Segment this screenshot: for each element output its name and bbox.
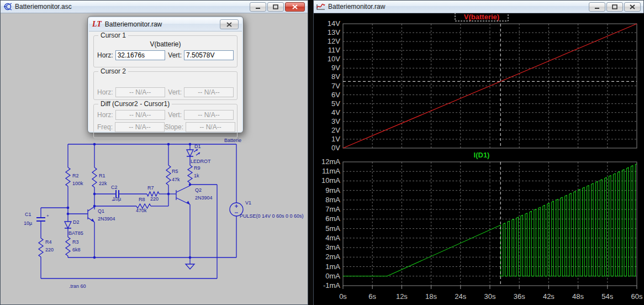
component-ref-label: R7 xyxy=(147,185,154,191)
component-value-label: PULSE(0 14V 0 60s 0 0 60s) xyxy=(240,213,304,219)
junction-dot xyxy=(167,193,170,196)
waveform-plot-area[interactable]: 14V13V12V11V10V9V8V7V6V5V4V3V2V1V0VV(bat… xyxy=(314,13,643,304)
x-axis-tick-label: 42s xyxy=(543,292,555,301)
waveform-window-titlebar[interactable]: Batteriemonitor.raw xyxy=(314,1,643,13)
cursor1-vert-label: Vert: xyxy=(168,51,182,59)
component-ref-label: Q1 xyxy=(98,208,104,214)
x-axis-tick-label: 54s xyxy=(601,292,613,301)
cursor2-vert-label: Vert: xyxy=(168,88,182,96)
ltspice-logo-icon: LT xyxy=(92,20,102,29)
y-axis-tick-label: 4mA xyxy=(325,234,340,242)
diff-horz-label: Horz: xyxy=(97,111,113,119)
y-axis-tick-label: 7mA xyxy=(325,205,340,213)
y-axis-tick-label: 13V xyxy=(328,28,340,36)
ground-symbol xyxy=(186,264,194,269)
component-ref-label: R4 xyxy=(45,239,52,245)
x-axis-tick-label: 12s xyxy=(396,292,408,301)
junction-dot xyxy=(93,143,96,146)
diff-horz-field[interactable] xyxy=(115,110,165,120)
cursor2-vert-field[interactable] xyxy=(184,87,234,97)
waveform-icon xyxy=(316,3,325,10)
y-axis-tick-label: 3mA xyxy=(325,243,340,251)
window-title: Batteriemonitor.asc xyxy=(15,3,250,10)
diff-freq-field[interactable] xyxy=(115,122,165,132)
y-axis-tick-label: 6V xyxy=(331,91,340,99)
y-axis-tick-label: 2V xyxy=(331,126,340,134)
cursor1-horz-field[interactable] xyxy=(115,50,165,60)
cursor-readout-dialog: LT Batteriemonitor.raw Cursor 1 V(batter… xyxy=(87,16,244,133)
resistor-symbol xyxy=(39,238,43,257)
component-value-label: 6k8 xyxy=(72,247,81,253)
waveform-plot[interactable]: 14V13V12V11V10V9V8V7V6V5V4V3V2V1V0VV(bat… xyxy=(314,13,644,305)
window-title: Batteriemonitor.raw xyxy=(328,3,589,10)
wire xyxy=(88,207,94,211)
diff-vert-field[interactable] xyxy=(184,110,234,120)
x-axis-tick-label: 36s xyxy=(514,292,525,301)
junction-dot xyxy=(167,143,170,146)
component-value-label: BAT85 xyxy=(68,230,83,236)
junction-dot xyxy=(67,213,70,215)
component-ref-label: C1 xyxy=(25,212,31,217)
dialog-close-button[interactable] xyxy=(220,19,239,29)
component-value-label: 470k xyxy=(136,208,147,213)
diff-group: Diff (Cursor2 - Cursor1) Horz: Vert: Fre… xyxy=(93,104,237,138)
close-icon xyxy=(292,4,298,9)
resistor-symbol xyxy=(66,237,70,256)
diff-vert-label: Vert: xyxy=(168,111,182,119)
cursor2-group-label: Cursor 2 xyxy=(98,67,128,75)
y-axis-tick-label: 8V xyxy=(331,72,340,81)
component-value-label: LEDROT xyxy=(191,159,211,164)
close-button[interactable] xyxy=(285,2,305,12)
x-axis-tick-label: 6s xyxy=(368,292,376,301)
capacitor-plus: + xyxy=(46,213,49,218)
net-label-batterie: Batterie xyxy=(224,138,241,143)
cursor2-horz-field[interactable] xyxy=(115,87,165,97)
x-axis-tick-label: 60s xyxy=(631,292,643,301)
component-value-label: 10µ xyxy=(24,220,32,226)
y-axis-tick-label: 9mA xyxy=(325,186,340,194)
npn-emitter-arrow xyxy=(91,219,95,222)
pane-title[interactable]: I(D1) xyxy=(474,151,490,159)
component-ref-label: R8 xyxy=(139,197,145,202)
cursor1-group: Cursor 1 V(batterie) Horz: Vert: xyxy=(93,35,237,67)
schematic-icon xyxy=(3,2,12,11)
resistor-symbol xyxy=(147,192,159,196)
y-axis-tick-label: 3V xyxy=(331,117,340,125)
cursor1-trace-name: V(batterie) xyxy=(97,40,234,48)
component-value-label: 1k xyxy=(194,173,199,178)
component-ref-label: R9 xyxy=(194,165,200,171)
cursor1-vert-field[interactable] xyxy=(184,50,234,60)
y-axis-tick-label: 7V xyxy=(331,82,340,90)
y-axis-tick-label: 12mA xyxy=(321,157,340,166)
minimize-button[interactable] xyxy=(589,2,605,12)
junction-dot xyxy=(67,207,70,209)
y-axis-tick-label: 12V xyxy=(328,37,340,45)
minimize-icon xyxy=(255,4,261,9)
close-icon xyxy=(226,22,232,27)
component-ref-label: Q2 xyxy=(195,187,202,193)
dialog-titlebar[interactable]: LT Batteriemonitor.raw xyxy=(89,18,242,31)
component-value-label: 2N3904 xyxy=(195,195,213,201)
x-axis-tick-label: 0s xyxy=(339,292,347,301)
maximize-icon xyxy=(273,4,278,9)
diff-group-label: Diff (Cursor2 - Cursor1) xyxy=(98,100,172,108)
wire xyxy=(176,186,190,192)
schematic-window-titlebar[interactable]: Batteriemonitor.asc xyxy=(1,1,308,13)
restore-button[interactable] xyxy=(606,2,623,12)
close-button[interactable] xyxy=(624,2,641,12)
pane-title[interactable]: V(batterie) xyxy=(464,13,499,21)
led-symbol xyxy=(187,150,193,156)
component-value-label: 22k xyxy=(99,181,107,186)
cursor1-horz-label: Horz: xyxy=(97,51,113,59)
diff-slope-field[interactable] xyxy=(186,122,235,132)
voltage-source-polarity xyxy=(235,204,238,213)
y-axis-tick-label: 0mA xyxy=(325,272,340,280)
component-ref-label: D1 xyxy=(194,144,201,149)
minimize-button[interactable] xyxy=(250,2,266,12)
resistor-symbol xyxy=(188,165,192,183)
junction-dot xyxy=(189,143,192,146)
maximize-button[interactable] xyxy=(267,2,284,12)
y-axis-tick-label: 10V xyxy=(328,55,340,63)
component-ref-label: R3 xyxy=(72,239,79,245)
cursor2-group: Cursor 2 Horz: Vert: xyxy=(93,71,237,100)
